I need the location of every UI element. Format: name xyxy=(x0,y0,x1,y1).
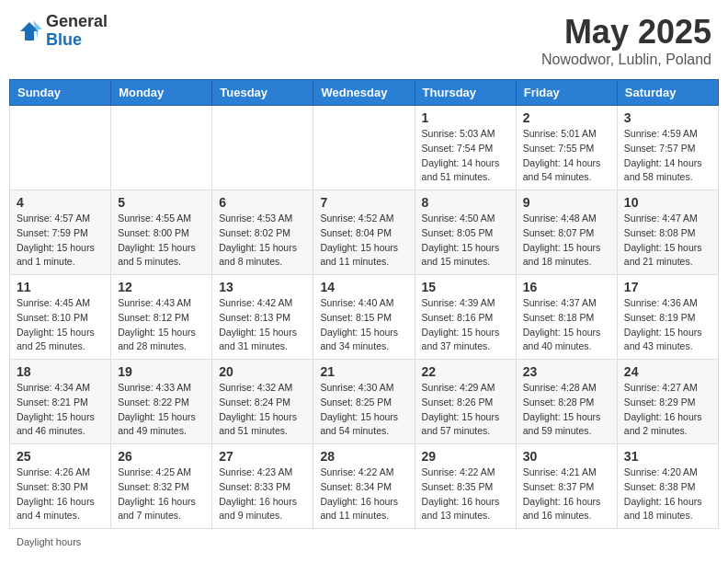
day-number: 8 xyxy=(422,195,509,210)
calendar-cell: 14Sunrise: 4:40 AM Sunset: 8:15 PM Dayli… xyxy=(313,275,415,360)
calendar-cell: 9Sunrise: 4:48 AM Sunset: 8:07 PM Daylig… xyxy=(516,190,617,275)
day-info: Sunrise: 4:36 AM Sunset: 8:19 PM Dayligh… xyxy=(624,296,711,354)
day-info: Sunrise: 4:21 AM Sunset: 8:37 PM Dayligh… xyxy=(523,465,610,523)
month-title: May 2025 xyxy=(541,13,711,52)
day-number: 10 xyxy=(624,195,711,210)
day-info: Sunrise: 4:32 AM Sunset: 8:24 PM Dayligh… xyxy=(219,381,306,439)
day-info: Sunrise: 4:50 AM Sunset: 8:05 PM Dayligh… xyxy=(422,212,509,270)
calendar-cell: 11Sunrise: 4:45 AM Sunset: 8:10 PM Dayli… xyxy=(10,275,111,360)
day-info: Sunrise: 4:26 AM Sunset: 8:30 PM Dayligh… xyxy=(17,465,104,523)
calendar-cell: 5Sunrise: 4:55 AM Sunset: 8:00 PM Daylig… xyxy=(111,190,212,275)
calendar-week-5: 25Sunrise: 4:26 AM Sunset: 8:30 PM Dayli… xyxy=(10,444,719,529)
day-number: 1 xyxy=(422,110,509,125)
calendar-week-4: 18Sunrise: 4:34 AM Sunset: 8:21 PM Dayli… xyxy=(10,360,719,444)
calendar-cell xyxy=(111,106,212,190)
day-info: Sunrise: 4:53 AM Sunset: 8:02 PM Dayligh… xyxy=(219,212,306,270)
day-number: 22 xyxy=(422,364,509,379)
calendar-cell: 6Sunrise: 4:53 AM Sunset: 8:02 PM Daylig… xyxy=(212,190,313,275)
calendar-cell xyxy=(212,106,313,190)
page-header: General Blue May 2025 Nowodwor, Lublin, … xyxy=(9,9,719,72)
calendar-cell: 17Sunrise: 4:36 AM Sunset: 8:19 PM Dayli… xyxy=(617,275,718,360)
day-number: 4 xyxy=(17,195,104,210)
calendar-cell: 1Sunrise: 5:03 AM Sunset: 7:54 PM Daylig… xyxy=(415,106,516,190)
title-area: May 2025 Nowodwor, Lublin, Poland xyxy=(541,13,711,68)
day-number: 26 xyxy=(118,449,205,464)
day-info: Sunrise: 4:28 AM Sunset: 8:28 PM Dayligh… xyxy=(523,381,610,439)
day-number: 18 xyxy=(17,364,104,379)
day-info: Sunrise: 4:52 AM Sunset: 8:04 PM Dayligh… xyxy=(320,212,407,270)
day-info: Sunrise: 4:43 AM Sunset: 8:12 PM Dayligh… xyxy=(118,296,205,354)
day-info: Sunrise: 4:57 AM Sunset: 7:59 PM Dayligh… xyxy=(17,212,104,270)
day-info: Sunrise: 4:55 AM Sunset: 8:00 PM Dayligh… xyxy=(118,212,205,270)
day-number: 5 xyxy=(118,195,205,210)
calendar-cell: 21Sunrise: 4:30 AM Sunset: 8:25 PM Dayli… xyxy=(313,360,415,444)
day-number: 6 xyxy=(219,195,306,210)
calendar-header-row: SundayMondayTuesdayWednesdayThursdayFrid… xyxy=(10,80,719,106)
col-header-tuesday: Tuesday xyxy=(212,80,313,106)
day-info: Sunrise: 4:22 AM Sunset: 8:35 PM Dayligh… xyxy=(422,465,509,523)
day-number: 7 xyxy=(320,195,407,210)
day-info: Sunrise: 4:23 AM Sunset: 8:33 PM Dayligh… xyxy=(219,465,306,523)
day-info: Sunrise: 4:42 AM Sunset: 8:13 PM Dayligh… xyxy=(219,296,306,354)
calendar-cell: 18Sunrise: 4:34 AM Sunset: 8:21 PM Dayli… xyxy=(10,360,111,444)
day-info: Sunrise: 4:39 AM Sunset: 8:16 PM Dayligh… xyxy=(422,296,509,354)
calendar-week-2: 4Sunrise: 4:57 AM Sunset: 7:59 PM Daylig… xyxy=(10,190,719,275)
calendar-cell: 7Sunrise: 4:52 AM Sunset: 8:04 PM Daylig… xyxy=(313,190,415,275)
calendar-cell: 15Sunrise: 4:39 AM Sunset: 8:16 PM Dayli… xyxy=(415,275,516,360)
col-header-thursday: Thursday xyxy=(415,80,516,106)
day-info: Sunrise: 4:22 AM Sunset: 8:34 PM Dayligh… xyxy=(320,465,407,523)
day-info: Sunrise: 4:40 AM Sunset: 8:15 PM Dayligh… xyxy=(320,296,407,354)
calendar-week-1: 1Sunrise: 5:03 AM Sunset: 7:54 PM Daylig… xyxy=(10,106,719,190)
calendar-cell: 20Sunrise: 4:32 AM Sunset: 8:24 PM Dayli… xyxy=(212,360,313,444)
day-number: 31 xyxy=(624,449,711,464)
col-header-saturday: Saturday xyxy=(617,80,718,106)
day-number: 29 xyxy=(422,449,509,464)
col-header-wednesday: Wednesday xyxy=(313,80,415,106)
day-number: 24 xyxy=(624,364,711,379)
calendar-cell: 25Sunrise: 4:26 AM Sunset: 8:30 PM Dayli… xyxy=(10,444,111,529)
day-number: 19 xyxy=(118,364,205,379)
calendar-cell: 10Sunrise: 4:47 AM Sunset: 8:08 PM Dayli… xyxy=(617,190,718,275)
calendar-cell: 28Sunrise: 4:22 AM Sunset: 8:34 PM Dayli… xyxy=(313,444,415,529)
location: Nowodwor, Lublin, Poland xyxy=(541,52,711,68)
day-number: 21 xyxy=(320,364,407,379)
calendar-cell: 23Sunrise: 4:28 AM Sunset: 8:28 PM Dayli… xyxy=(516,360,617,444)
day-info: Sunrise: 4:37 AM Sunset: 8:18 PM Dayligh… xyxy=(523,296,610,354)
day-number: 9 xyxy=(523,195,610,210)
calendar-cell: 24Sunrise: 4:27 AM Sunset: 8:29 PM Dayli… xyxy=(617,360,718,444)
day-info: Sunrise: 4:20 AM Sunset: 8:38 PM Dayligh… xyxy=(624,465,711,523)
calendar-cell: 3Sunrise: 4:59 AM Sunset: 7:57 PM Daylig… xyxy=(617,106,718,190)
logo-blue: Blue xyxy=(46,31,108,50)
day-info: Sunrise: 4:47 AM Sunset: 8:08 PM Dayligh… xyxy=(624,212,711,270)
day-info: Sunrise: 4:29 AM Sunset: 8:26 PM Dayligh… xyxy=(422,381,509,439)
day-info: Sunrise: 4:30 AM Sunset: 8:25 PM Dayligh… xyxy=(320,381,407,439)
calendar-cell: 30Sunrise: 4:21 AM Sunset: 8:37 PM Dayli… xyxy=(516,444,617,529)
day-number: 20 xyxy=(219,364,306,379)
logo-text: General Blue xyxy=(46,13,108,50)
logo-general: General xyxy=(46,13,108,31)
day-info: Sunrise: 4:27 AM Sunset: 8:29 PM Dayligh… xyxy=(624,381,711,439)
day-number: 3 xyxy=(624,110,711,125)
col-header-friday: Friday xyxy=(516,80,617,106)
day-number: 17 xyxy=(624,280,711,294)
calendar-cell: 4Sunrise: 4:57 AM Sunset: 7:59 PM Daylig… xyxy=(10,190,111,275)
calendar-cell: 13Sunrise: 4:42 AM Sunset: 8:13 PM Dayli… xyxy=(212,275,313,360)
calendar-cell: 29Sunrise: 4:22 AM Sunset: 8:35 PM Dayli… xyxy=(415,444,516,529)
calendar-cell: 8Sunrise: 4:50 AM Sunset: 8:05 PM Daylig… xyxy=(415,190,516,275)
calendar-cell xyxy=(10,106,111,190)
footer: Daylight hours xyxy=(9,534,719,549)
day-number: 25 xyxy=(17,449,104,464)
calendar-cell: 12Sunrise: 4:43 AM Sunset: 8:12 PM Dayli… xyxy=(111,275,212,360)
day-number: 28 xyxy=(320,449,407,464)
col-header-monday: Monday xyxy=(111,80,212,106)
day-info: Sunrise: 4:48 AM Sunset: 8:07 PM Dayligh… xyxy=(523,212,610,270)
logo: General Blue xyxy=(17,13,108,50)
day-info: Sunrise: 5:01 AM Sunset: 7:55 PM Dayligh… xyxy=(523,127,610,185)
calendar-cell: 26Sunrise: 4:25 AM Sunset: 8:32 PM Dayli… xyxy=(111,444,212,529)
day-number: 11 xyxy=(17,280,104,294)
day-info: Sunrise: 4:45 AM Sunset: 8:10 PM Dayligh… xyxy=(17,296,104,354)
calendar-table: SundayMondayTuesdayWednesdayThursdayFrid… xyxy=(9,79,719,529)
calendar-cell: 16Sunrise: 4:37 AM Sunset: 8:18 PM Dayli… xyxy=(516,275,617,360)
calendar-cell xyxy=(313,106,415,190)
calendar-cell: 27Sunrise: 4:23 AM Sunset: 8:33 PM Dayli… xyxy=(212,444,313,529)
